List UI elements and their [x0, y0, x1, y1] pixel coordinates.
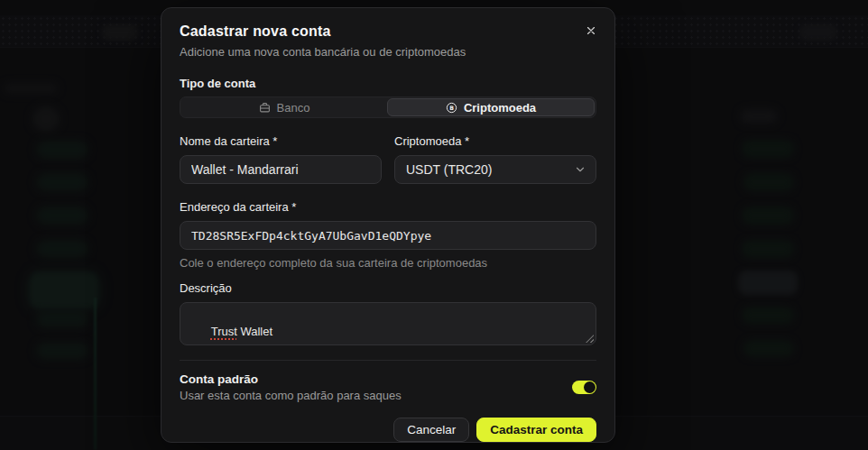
- account-type-tabs: Banco B Criptomoeda: [180, 96, 596, 118]
- default-account-toggle[interactable]: [572, 381, 596, 394]
- close-button[interactable]: [582, 23, 600, 41]
- resize-handle[interactable]: [586, 335, 594, 343]
- wallet-address-input[interactable]: [180, 221, 596, 250]
- description-label: Descrição: [180, 281, 596, 295]
- chevron-down-icon: [574, 163, 586, 176]
- description-misspelled-word: Trust: [211, 325, 237, 338]
- tab-banco[interactable]: Banco: [181, 98, 387, 116]
- tab-banco-label: Banco: [277, 101, 310, 115]
- toggle-knob: [584, 381, 596, 393]
- crypto-label: Criptomoeda *: [394, 134, 596, 148]
- briefcase-icon: [259, 102, 271, 114]
- default-account-title: Conta padrão: [180, 372, 402, 386]
- add-account-modal: Cadastrar nova conta Adicione uma nova c…: [161, 7, 615, 443]
- description-textarea[interactable]: Trust Wallet: [180, 302, 596, 345]
- wallet-name-label: Nome da carteira *: [180, 134, 382, 148]
- modal-subtitle: Adicione uma nova conta bancária ou de c…: [180, 45, 596, 59]
- modal-title: Cadastrar nova conta: [180, 23, 596, 40]
- default-account-text: Conta padrão Usar esta conta como padrão…: [180, 372, 402, 402]
- wallet-address-label: Endereço da carteira *: [180, 200, 596, 214]
- description-text: Wallet: [237, 325, 272, 338]
- wallet-name-input[interactable]: [180, 155, 382, 184]
- cancel-button[interactable]: Cancelar: [393, 418, 469, 442]
- account-type-label: Tipo de conta: [180, 77, 596, 90]
- divider: [180, 360, 596, 361]
- default-account-subtitle: Usar esta conta como padrão para saques: [180, 389, 402, 402]
- close-icon: [585, 24, 597, 40]
- wallet-address-helper: Cole o endereço completo da sua carteira…: [180, 256, 596, 270]
- crypto-select[interactable]: USDT (TRC20): [394, 155, 596, 184]
- default-account-row: Conta padrão Usar esta conta como padrão…: [180, 372, 596, 402]
- crypto-select-value: USDT (TRC20): [406, 162, 492, 177]
- modal-actions: Cancelar Cadastrar conta: [180, 418, 596, 442]
- tab-criptomoeda-label: Criptomoeda: [464, 101, 536, 115]
- submit-button[interactable]: Cadastrar conta: [476, 418, 596, 442]
- tab-criptomoeda[interactable]: B Criptomoeda: [387, 98, 595, 116]
- svg-text:B: B: [449, 104, 454, 110]
- bitcoin-icon: B: [446, 102, 457, 114]
